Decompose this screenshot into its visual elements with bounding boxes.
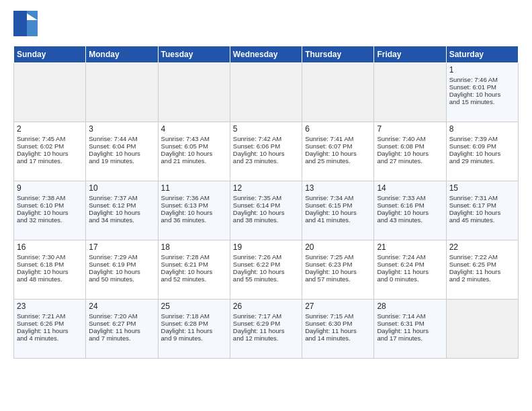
- day-info: Sunset: 6:05 PM: [161, 142, 227, 150]
- day-info: and 52 minutes.: [161, 275, 227, 283]
- day-info: Daylight: 10 hours: [233, 150, 299, 157]
- day-number: 25: [161, 302, 227, 311]
- day-info: and 57 minutes.: [305, 275, 371, 283]
- day-info: Sunset: 6:23 PM: [305, 261, 371, 268]
- day-info: Sunset: 6:28 PM: [161, 320, 227, 327]
- calendar-week-row: 23Sunrise: 7:21 AMSunset: 6:26 PMDayligh…: [14, 300, 519, 359]
- calendar-cell: 18Sunrise: 7:28 AMSunset: 6:21 PMDayligh…: [158, 240, 230, 300]
- calendar-cell: 9Sunrise: 7:38 AMSunset: 6:10 PMDaylight…: [14, 181, 86, 240]
- day-number: 4: [161, 124, 227, 134]
- calendar-cell: 16Sunrise: 7:30 AMSunset: 6:18 PMDayligh…: [14, 240, 86, 300]
- day-info: and 17 minutes.: [377, 334, 443, 342]
- day-info: Sunrise: 7:15 AM: [305, 312, 371, 320]
- calendar-header-row: SundayMondayTuesdayWednesdayThursdayFrid…: [14, 46, 519, 63]
- day-info: Sunset: 6:29 PM: [233, 320, 299, 327]
- day-info: Daylight: 10 hours: [17, 268, 83, 275]
- day-info: Daylight: 10 hours: [305, 150, 371, 157]
- calendar-cell: 17Sunrise: 7:29 AMSunset: 6:19 PMDayligh…: [86, 240, 158, 300]
- day-info: Sunrise: 7:30 AM: [17, 253, 83, 261]
- day-info: and 19 minutes.: [89, 157, 154, 165]
- day-info: Sunrise: 7:42 AM: [233, 135, 299, 142]
- day-info: Sunrise: 7:24 AM: [377, 253, 443, 261]
- calendar-cell: [158, 63, 230, 122]
- day-info: Sunset: 6:19 PM: [89, 261, 154, 268]
- day-info: Daylight: 10 hours: [89, 209, 154, 216]
- day-info: and 48 minutes.: [17, 275, 83, 283]
- day-info: Sunset: 6:06 PM: [233, 142, 299, 150]
- day-info: and 9 minutes.: [161, 334, 227, 342]
- day-info: and 7 minutes.: [89, 334, 154, 342]
- day-info: and 43 minutes.: [377, 216, 443, 224]
- day-info: Sunrise: 7:45 AM: [17, 135, 83, 142]
- day-info: Sunrise: 7:17 AM: [233, 312, 299, 320]
- day-number: 13: [305, 183, 371, 193]
- day-info: Daylight: 10 hours: [449, 150, 515, 157]
- day-info: and 32 minutes.: [17, 216, 83, 224]
- day-number: 20: [305, 242, 371, 252]
- day-info: Sunset: 6:13 PM: [161, 201, 227, 209]
- calendar-cell: 19Sunrise: 7:26 AMSunset: 6:22 PMDayligh…: [230, 240, 302, 300]
- day-info: Sunrise: 7:41 AM: [305, 135, 371, 142]
- day-info: and 23 minutes.: [233, 157, 299, 165]
- calendar-day-header: Monday: [86, 46, 158, 63]
- day-info: Sunrise: 7:33 AM: [377, 194, 443, 201]
- day-number: 8: [449, 124, 515, 134]
- day-info: and 12 minutes.: [233, 334, 299, 342]
- day-info: and 55 minutes.: [233, 275, 299, 283]
- day-info: and 27 minutes.: [377, 157, 443, 165]
- calendar-cell: 14Sunrise: 7:33 AMSunset: 6:16 PMDayligh…: [374, 181, 446, 240]
- calendar-cell: 24Sunrise: 7:20 AMSunset: 6:27 PMDayligh…: [86, 300, 158, 359]
- day-info: Sunset: 6:17 PM: [449, 201, 515, 209]
- day-info: Sunrise: 7:18 AM: [161, 312, 227, 320]
- day-info: and 21 minutes.: [161, 157, 227, 165]
- day-info: Sunset: 6:25 PM: [449, 261, 515, 268]
- day-info: Daylight: 11 hours: [377, 268, 443, 275]
- day-info: and 2 minutes.: [449, 275, 515, 283]
- calendar-day-header: Tuesday: [158, 46, 230, 63]
- day-info: Sunrise: 7:20 AM: [89, 312, 154, 320]
- day-info: Daylight: 10 hours: [377, 209, 443, 216]
- calendar-cell: [230, 63, 302, 122]
- day-number: 28: [377, 302, 443, 311]
- day-info: Sunrise: 7:44 AM: [89, 135, 154, 142]
- calendar-week-row: 1Sunrise: 7:46 AMSunset: 6:01 PMDaylight…: [14, 63, 519, 122]
- calendar-cell: 5Sunrise: 7:42 AMSunset: 6:06 PMDaylight…: [230, 122, 302, 181]
- day-info: Sunrise: 7:28 AM: [161, 253, 227, 261]
- day-info: Sunset: 6:04 PM: [89, 142, 154, 150]
- calendar-cell: 2Sunrise: 7:45 AMSunset: 6:02 PMDaylight…: [14, 122, 86, 181]
- calendar-cell: [14, 63, 86, 122]
- calendar-cell: 13Sunrise: 7:34 AMSunset: 6:15 PMDayligh…: [302, 181, 374, 240]
- calendar-cell: [302, 63, 374, 122]
- day-info: Sunrise: 7:29 AM: [89, 253, 154, 261]
- day-info: Daylight: 10 hours: [17, 209, 83, 216]
- day-info: Daylight: 10 hours: [89, 268, 154, 275]
- day-info: Sunset: 6:18 PM: [17, 261, 83, 268]
- day-number: 27: [305, 302, 371, 311]
- day-number: 18: [161, 242, 227, 252]
- day-number: 6: [305, 124, 371, 134]
- calendar-day-header: Wednesday: [230, 46, 302, 63]
- day-number: 15: [449, 183, 515, 193]
- calendar-cell: 12Sunrise: 7:35 AMSunset: 6:14 PMDayligh…: [230, 181, 302, 240]
- day-info: Daylight: 11 hours: [449, 268, 515, 275]
- day-info: and 25 minutes.: [305, 157, 371, 165]
- day-info: Sunset: 6:24 PM: [377, 261, 443, 268]
- calendar-cell: 27Sunrise: 7:15 AMSunset: 6:30 PMDayligh…: [302, 300, 374, 359]
- day-number: 17: [89, 242, 154, 252]
- day-info: Daylight: 11 hours: [161, 327, 227, 334]
- day-info: Daylight: 11 hours: [233, 327, 299, 334]
- day-info: Sunset: 6:22 PM: [233, 261, 299, 268]
- day-info: Sunset: 6:30 PM: [305, 320, 371, 327]
- day-info: Daylight: 10 hours: [233, 209, 299, 216]
- day-info: Sunrise: 7:34 AM: [305, 194, 371, 201]
- calendar-week-row: 2Sunrise: 7:45 AMSunset: 6:02 PMDaylight…: [14, 122, 519, 181]
- day-info: Sunrise: 7:38 AM: [17, 194, 83, 201]
- day-number: 21: [377, 242, 443, 252]
- day-info: Sunrise: 7:22 AM: [449, 253, 515, 261]
- day-info: Sunset: 6:10 PM: [17, 201, 83, 209]
- day-info: Daylight: 10 hours: [161, 209, 227, 216]
- calendar-cell: [86, 63, 158, 122]
- day-info: and 15 minutes.: [449, 98, 515, 105]
- day-info: Sunset: 6:07 PM: [305, 142, 371, 150]
- calendar-cell: 3Sunrise: 7:44 AMSunset: 6:04 PMDaylight…: [86, 122, 158, 181]
